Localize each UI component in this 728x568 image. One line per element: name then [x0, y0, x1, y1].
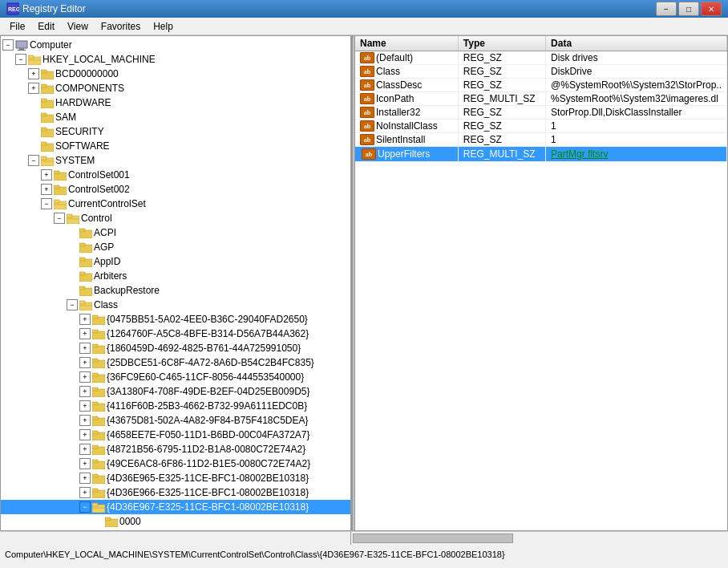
expand-guid1[interactable]: + — [79, 314, 91, 325]
tree-node-sam[interactable]: SAM — [1, 110, 350, 124]
expand-ccs002[interactable]: + — [41, 184, 52, 195]
expand-bcd[interactable]: + — [28, 68, 39, 79]
folder-icon-guid11 — [92, 459, 105, 469]
menu-help[interactable]: Help — [147, 19, 180, 34]
expand-currentcs[interactable]: − — [41, 198, 52, 209]
tree-scrollbar[interactable] — [0, 532, 351, 545]
tree-node-guid11[interactable]: + {49CE6AC8-6F86-11D2-B1E5-0080C72E74A2} — [1, 456, 350, 471]
table-row[interactable]: abNoInstallClassREG_SZ1 — [355, 120, 727, 133]
tree-node-components[interactable]: + COMPONENTS — [1, 81, 350, 95]
tree-node-guid6[interactable]: + {3A1380F4-708F-49DE-B2EF-04D25EB009D5} — [1, 384, 350, 399]
tree-node-ccs002[interactable]: + ControlSet002 — [1, 182, 350, 197]
col-name[interactable]: Name — [355, 36, 458, 51]
title-bar-title: Registry Editor — [22, 3, 86, 14]
tree-node-ccs001[interactable]: + ControlSet001 — [1, 168, 350, 182]
menu-file[interactable]: File — [3, 19, 31, 34]
tree-node-guid13[interactable]: + {4D36E966-E325-11CE-BFC1-08002BE10318} — [1, 485, 350, 500]
name-label: Class — [376, 66, 400, 77]
registry-table: Name Type Data ab(Default)REG_SZDisk dri… — [355, 36, 727, 162]
tree-node-guid3[interactable]: + {1860459D-4692-4825-B761-44A725991050} — [1, 341, 350, 355]
menu-favorites[interactable]: Favorites — [95, 19, 147, 34]
title-bar-left: REG Registry Editor — [6, 2, 86, 15]
folder-icon-software — [41, 141, 54, 152]
expand-hklm[interactable]: − — [15, 54, 26, 65]
tree-node-system[interactable]: − SYSTEM — [1, 153, 350, 168]
expand-control[interactable]: − — [54, 213, 65, 224]
table-row[interactable]: abClassREG_SZDiskDrive — [355, 65, 727, 79]
expand-guid3[interactable]: + — [79, 343, 91, 354]
folder-icon-backuprestore — [79, 286, 92, 296]
folder-icon-security — [41, 127, 54, 137]
name-label: SilentInstall — [376, 134, 425, 145]
tree-node-guid7[interactable]: + {4116F60B-25B3-4662-B732-99A6111EDC0B} — [1, 399, 350, 413]
expand-guid2[interactable]: + — [79, 328, 91, 339]
expand-class[interactable]: − — [67, 299, 78, 310]
tree-node-backuprestore[interactable]: BackupRestore — [1, 283, 350, 298]
expand-guid8[interactable]: + — [79, 415, 91, 426]
folder-icon-0000 — [105, 517, 118, 527]
menu-edit[interactable]: Edit — [31, 19, 61, 34]
title-bar: REG Registry Editor − □ ✕ — [0, 0, 728, 18]
tree-node-guid1[interactable]: + {0475BB51-5A02-4EE0-B36C-29040FAD2650} — [1, 312, 350, 327]
expand-guid14[interactable]: − — [79, 501, 91, 513]
tree-node-hklm[interactable]: − HKEY_LOCAL_MACHINE — [1, 52, 350, 67]
tree-node-appid[interactable]: AppID — [1, 254, 350, 269]
col-data[interactable]: Data — [546, 36, 727, 51]
expand-guid13[interactable]: + — [79, 487, 91, 498]
tree-node-guid10[interactable]: + {48721B56-6795-11D2-B1A8-0080C72E74A2} — [1, 442, 350, 456]
expand-system[interactable]: − — [28, 155, 39, 166]
table-row[interactable]: abClassDescREG_SZ@%SystemRoot%\System32\… — [355, 79, 727, 92]
tree-node-guid2[interactable]: + {1264760F-A5C8-4BFE-B314-D56A7B44A362} — [1, 327, 350, 341]
tree-node-guid12[interactable]: + {4D36E965-E325-11CE-BFC1-08002BE10318} — [1, 471, 350, 485]
tree-node-class[interactable]: − Class — [1, 298, 350, 312]
tree-node-security[interactable]: SECURITY — [1, 124, 350, 139]
right-scrollbar[interactable] — [351, 532, 728, 545]
table-row[interactable]: abInstaller32REG_SZStorProp.Dll,DiskClas… — [355, 106, 727, 120]
folder-icon-guid7 — [92, 401, 105, 412]
tree-node-0001[interactable]: 0001 — [1, 529, 350, 530]
expand-ccs001[interactable]: + — [41, 169, 52, 181]
expand-guid6[interactable]: + — [79, 386, 91, 397]
tree-node-arbiters[interactable]: Arbiters — [1, 269, 350, 283]
tree-pane[interactable]: − Computer − HKEY_LOCAL_MACHINE + — [1, 36, 352, 530]
tree-node-agp[interactable]: AGP — [1, 240, 350, 254]
table-row[interactable]: abIconPathREG_MULTI_SZ%SystemRoot%\Syste… — [355, 92, 727, 106]
expand-guid12[interactable]: + — [79, 473, 91, 484]
scroll-thumb[interactable] — [353, 534, 513, 543]
tree-node-control[interactable]: − Control — [1, 211, 350, 225]
table-row[interactable]: ab(Default)REG_SZDisk drives — [355, 51, 727, 65]
table-row[interactable]: abSilentInstallREG_SZ1 — [355, 133, 727, 147]
menu-view[interactable]: View — [61, 19, 95, 34]
maximize-button[interactable]: □ — [678, 2, 699, 16]
table-row[interactable]: abUpperFiltersREG_MULTI_SZPartMgr fltsrv — [355, 147, 727, 162]
expand-guid7[interactable]: + — [79, 400, 91, 412]
tree-node-guid8[interactable]: + {43675D81-502A-4A82-9F84-B75F418C5DEA} — [1, 413, 350, 428]
expand-components[interactable]: + — [28, 83, 39, 94]
expand-guid4[interactable]: + — [79, 357, 91, 368]
tree-node-bcd[interactable]: + BCD00000000 — [1, 67, 350, 81]
tree-node-computer[interactable]: − Computer — [1, 38, 350, 52]
tree-node-0000[interactable]: 0000 — [1, 514, 350, 529]
folder-icon-guid3 — [92, 343, 105, 354]
minimize-button[interactable]: − — [656, 2, 677, 16]
tree-label-security: SECURITY — [55, 126, 104, 137]
tree-node-acpi[interactable]: ACPI — [1, 225, 350, 240]
expand-computer[interactable]: − — [2, 39, 14, 51]
expand-guid9[interactable]: + — [79, 429, 91, 440]
tree-node-guid5[interactable]: + {36FC9E60-C465-11CF-8056-444553540000} — [1, 370, 350, 384]
folder-icon-bcd — [41, 69, 54, 79]
tree-node-hardware[interactable]: HARDWARE — [1, 95, 350, 110]
cell-type: REG_SZ — [458, 65, 545, 79]
tree-label-guid1: {0475BB51-5A02-4EE0-B36C-29040FAD2650} — [107, 314, 308, 325]
expand-guid5[interactable]: + — [79, 371, 91, 383]
ab-icon: ab — [362, 148, 376, 160]
tree-node-guid14[interactable]: − {4D36E967-E325-11CE-BFC1-08002BE10318} — [1, 500, 350, 514]
tree-node-currentcs[interactable]: − CurrentControlSet — [1, 197, 350, 211]
close-button[interactable]: ✕ — [701, 2, 722, 16]
expand-guid11[interactable]: + — [79, 458, 91, 469]
col-type[interactable]: Type — [458, 36, 545, 51]
expand-guid10[interactable]: + — [79, 444, 91, 455]
tree-node-guid9[interactable]: + {4658EE7E-F050-11D1-B6BD-00C04FA372A7} — [1, 428, 350, 442]
tree-node-guid4[interactable]: + {25DBCE51-6C8F-4A72-8A6D-B54C2B4FC835} — [1, 355, 350, 370]
tree-node-software[interactable]: SOFTWARE — [1, 139, 350, 153]
